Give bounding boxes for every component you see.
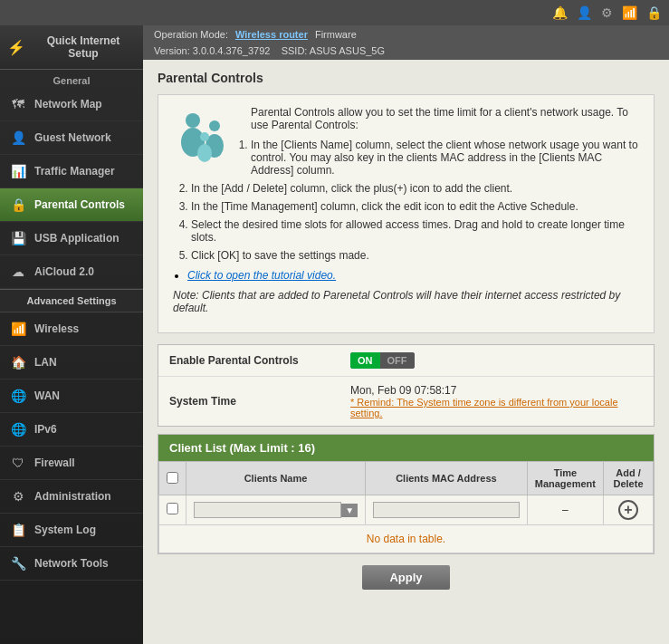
sidebar-item-network-map[interactable]: 🗺 Network Map <box>0 88 143 121</box>
sidebar-item-usb-application[interactable]: 💾 USB Application <box>0 222 143 255</box>
content-area: Parental Controls <box>143 60 669 611</box>
operation-mode-link[interactable]: Wireless router <box>235 29 308 40</box>
wifi-icon: 📶 <box>622 5 637 20</box>
wireless-icon: 📶 <box>9 320 27 338</box>
usb-icon: 💾 <box>9 229 27 247</box>
sidebar-item-label: USB Application <box>34 232 119 245</box>
firewall-icon: 🛡 <box>9 454 27 472</box>
sidebar-item-label: Traffic Manager <box>34 165 115 178</box>
sidebar-item-firewall[interactable]: 🛡 Firewall <box>0 447 143 480</box>
select-all-checkbox[interactable] <box>167 472 178 484</box>
parental-toggle[interactable]: ON OFF <box>350 352 415 369</box>
sidebar-item-wan[interactable]: 🌐 WAN <box>0 380 143 413</box>
col-add-delete: Add /Delete <box>604 462 654 495</box>
enable-parental-label: Enable Parental Controls <box>169 354 350 367</box>
table-input-row: ▼ – + <box>159 495 654 525</box>
step-5: Click [OK] to save the settings made. <box>191 249 639 262</box>
sidebar: ⚡ Quick Internet Setup General 🗺 Network… <box>0 25 143 644</box>
general-section-label: General <box>0 70 143 88</box>
add-client-button[interactable]: + <box>618 500 638 520</box>
sidebar-item-wireless[interactable]: 📶 Wireless <box>0 312 143 346</box>
system-time-label: System Time <box>169 395 350 408</box>
sidebar-item-label: AiCloud 2.0 <box>34 265 94 278</box>
main-content: Operation Mode: Wireless router Firmware… <box>143 25 669 644</box>
system-time-value: Mon, Feb 09 07:58:17 <box>350 384 643 397</box>
lan-icon: 🏠 <box>9 353 27 371</box>
quick-setup-label: Quick Internet Setup <box>31 34 136 60</box>
sidebar-item-parental-controls[interactable]: 🔒 Parental Controls <box>0 188 143 222</box>
settings-icon[interactable]: ⚙ <box>601 5 613 20</box>
page-title: Parental Controls <box>158 71 655 85</box>
setup-icon: ⚡ <box>7 39 25 56</box>
col-checkbox <box>159 462 186 495</box>
step-1: In the [Clients Name] column, select the… <box>191 139 639 177</box>
sidebar-item-administration[interactable]: ⚙ Administration <box>0 480 143 514</box>
sidebar-item-label: Administration <box>34 490 111 503</box>
toggle-on-label: ON <box>350 352 380 369</box>
svg-point-2 <box>209 120 220 131</box>
info-bar-row1: Operation Mode: Wireless router Firmware <box>143 25 669 43</box>
col-clients-name: Clients Name <box>186 462 366 495</box>
client-name-dropdown[interactable]: ▼ <box>341 504 358 517</box>
step-3: In the [Time Management] column, click t… <box>191 200 639 213</box>
network-tools-icon: 🔧 <box>9 554 27 572</box>
info-bar-row2: Version: 3.0.0.4.376_3792 SSID: ASUS ASU… <box>143 43 669 60</box>
system-log-icon: 📋 <box>9 521 27 539</box>
sidebar-item-lan[interactable]: 🏠 LAN <box>0 346 143 380</box>
sidebar-item-label: Wireless <box>34 322 79 335</box>
enable-parental-section: Enable Parental Controls ON OFF System T… <box>158 344 655 427</box>
enable-parental-row: Enable Parental Controls ON OFF <box>158 345 654 377</box>
system-time-warning[interactable]: * Remind: The System time zone is differ… <box>350 397 643 418</box>
sidebar-item-label: IPv6 <box>34 423 57 436</box>
parental-icon <box>173 106 236 172</box>
sidebar-item-ipv6[interactable]: 🌐 IPv6 <box>0 413 143 447</box>
client-name-input[interactable] <box>194 502 341 518</box>
client-name-cell: ▼ <box>186 495 366 525</box>
steps-list: In the [Clients Name] column, select the… <box>191 139 639 262</box>
table-header-row: Clients Name Clients MAC Address TimeMan… <box>159 462 654 495</box>
step-2: In the [Add / Delete] column, click the … <box>191 182 639 195</box>
col-time-management: TimeManagement <box>527 462 603 495</box>
quick-internet-setup[interactable]: ⚡ Quick Internet Setup <box>0 25 143 70</box>
tutorial-list: Click to open the tutorial video. <box>187 269 639 282</box>
no-data-message: No data in table. <box>159 525 654 553</box>
mac-address-input[interactable] <box>373 502 520 518</box>
top-icon-bar: 🔔 👤 ⚙ 📶 🔒 <box>0 0 669 25</box>
svg-point-5 <box>197 144 212 162</box>
version-label: Version: 3.0.0.4.376_3792 <box>154 45 270 56</box>
tutorial-link[interactable]: Click to open the tutorial video. <box>187 269 336 282</box>
time-management-cell: – <box>527 495 603 525</box>
bell-icon[interactable]: 🔔 <box>552 5 568 20</box>
sidebar-item-aicloud[interactable]: ☁ AiCloud 2.0 <box>0 255 143 289</box>
sidebar-item-traffic-manager[interactable]: 📊 Traffic Manager <box>0 155 143 188</box>
add-delete-cell: + <box>604 495 654 525</box>
svg-point-4 <box>200 132 209 141</box>
lock-icon: 🔒 <box>646 5 662 20</box>
no-data-row: No data in table. <box>159 525 654 553</box>
sidebar-item-system-log[interactable]: 📋 System Log <box>0 514 143 547</box>
wan-icon: 🌐 <box>9 387 27 405</box>
operation-mode-label: Operation Mode: <box>154 29 228 40</box>
apply-button[interactable]: Apply <box>362 565 449 590</box>
system-time-row: System Time Mon, Feb 09 07:58:17 * Remin… <box>158 377 654 426</box>
administration-icon: ⚙ <box>9 487 27 505</box>
row-checkbox[interactable] <box>167 503 178 514</box>
system-time-value-area: Mon, Feb 09 07:58:17 * Remind: The Syste… <box>350 384 643 418</box>
sidebar-item-network-tools[interactable]: 🔧 Network Tools <box>0 547 143 581</box>
sidebar-item-label: Guest Network <box>34 131 111 144</box>
sidebar-item-label: Firewall <box>34 457 75 469</box>
parental-controls-icon: 🔒 <box>9 196 27 214</box>
sidebar-item-label: WAN <box>34 389 60 402</box>
ssid-label: SSID: ASUS ASUS_5G <box>282 45 385 56</box>
parental-intro-box: Parental Controls allow you to set the t… <box>158 94 655 333</box>
sidebar-item-label: System Log <box>34 524 96 536</box>
intro-paragraph: Parental Controls allow you to set the t… <box>173 106 639 131</box>
step-4: Select the desired time slots for allowe… <box>191 218 639 244</box>
guest-network-icon: 👤 <box>9 129 27 147</box>
aicloud-icon: ☁ <box>9 263 27 281</box>
user-icon[interactable]: 👤 <box>577 5 592 20</box>
sidebar-item-guest-network[interactable]: 👤 Guest Network <box>0 121 143 155</box>
svg-point-0 <box>186 113 200 128</box>
apply-button-area: Apply <box>158 554 655 601</box>
ipv6-icon: 🌐 <box>9 420 27 438</box>
